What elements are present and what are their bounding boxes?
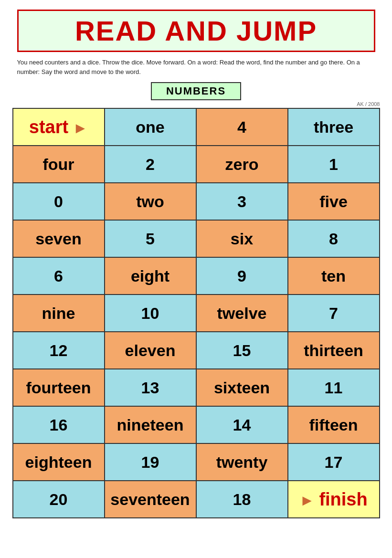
grid-cell: 9 (196, 257, 288, 295)
grid-cell: nineteen (105, 406, 196, 443)
grid-cell: 7 (288, 295, 380, 332)
grid-cell: twenty (196, 443, 288, 481)
grid-cell: 19 (105, 443, 196, 481)
title-box: READ AND JUMP (17, 10, 375, 52)
credit-text: AK / 2008 (357, 101, 380, 107)
grid-cell: 10 (105, 295, 196, 332)
grid-cell: 6 (13, 257, 105, 295)
grid-cell: 1 (288, 146, 380, 183)
grid-cell: zero (196, 146, 288, 183)
grid-cell: 16 (13, 406, 105, 443)
grid-cell: seventeen (105, 481, 196, 518)
grid-cell: seven (13, 220, 105, 257)
numbers-label: NUMBERS (151, 82, 241, 100)
grid-cell: 17 (288, 443, 380, 481)
grid-cell: 8 (288, 220, 380, 257)
grid-cell: 5 (105, 220, 196, 257)
grid-cell: fourteen (13, 369, 105, 406)
grid-cell: 3 (196, 183, 288, 220)
grid-cell: 15 (196, 332, 288, 369)
grid-cell: sixteen (196, 369, 288, 406)
grid-cell: ten (288, 257, 380, 295)
grid-cell: 14 (196, 406, 288, 443)
grid-cell: one (105, 108, 196, 146)
grid-cell: 13 (105, 369, 196, 406)
grid-cell: fifteen (288, 406, 380, 443)
grid-cell: thirteen (288, 332, 380, 369)
grid-cell: 20 (13, 481, 105, 518)
grid-cell: 4 (196, 108, 288, 146)
grid-cell: 2 (105, 146, 196, 183)
grid-cell: 18 (196, 481, 288, 518)
grid-cell: 0 (13, 183, 105, 220)
grid-cell: eighteen (13, 443, 105, 481)
instructions-text: You need counters and a dice. Throw the … (17, 58, 375, 76)
grid-cell: two (105, 183, 196, 220)
grid-cell: 11 (288, 369, 380, 406)
grid-cell: twelve (196, 295, 288, 332)
grid-cell: five (288, 183, 380, 220)
grid-cell: three (288, 108, 380, 146)
grid-cell: 12 (13, 332, 105, 369)
grid-cell: nine (13, 295, 105, 332)
grid-cell: eight (105, 257, 196, 295)
game-grid: start ►one4threefour2zero10two3fiveseven… (12, 108, 380, 518)
grid-cell: ► finish (288, 481, 380, 518)
grid-cell: eleven (105, 332, 196, 369)
grid-cell: start ► (13, 108, 105, 146)
page-title: READ AND JUMP (28, 15, 364, 47)
grid-cell: four (13, 146, 105, 183)
grid-cell: six (196, 220, 288, 257)
